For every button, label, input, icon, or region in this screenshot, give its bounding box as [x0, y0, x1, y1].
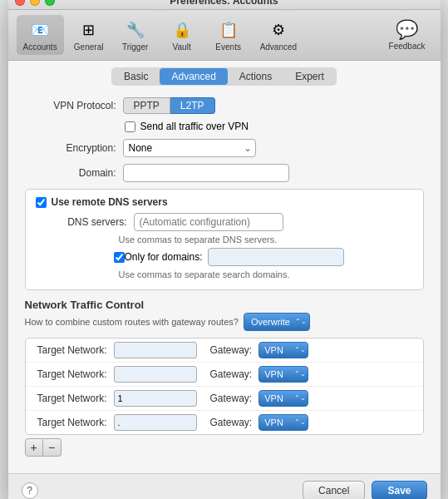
- only-for-domains-row: Only for domains:: [36, 248, 413, 266]
- toolbar-vault[interactable]: 🔒 Vault: [160, 15, 204, 55]
- vault-icon: 🔒: [170, 18, 194, 42]
- encryption-label: Encryption:: [25, 142, 116, 154]
- domain-label: Domain:: [25, 167, 116, 179]
- vpn-protocol-buttons: PPTP L2TP: [123, 97, 215, 114]
- toolbar-trigger[interactable]: 🔧 Trigger: [114, 15, 157, 55]
- titlebar: Preferences: Accounts: [8, 0, 441, 10]
- toolbar-general-label: General: [74, 42, 104, 52]
- pptp-button[interactable]: PPTP: [123, 97, 170, 114]
- target-input-2[interactable]: [114, 390, 197, 407]
- domains-input[interactable]: [208, 248, 344, 266]
- table-row: Target Network: Gateway: VPN Default Non…: [26, 363, 423, 387]
- toolbar-vault-label: Vault: [173, 42, 191, 52]
- toolbar-accounts-label: Accounts: [23, 42, 57, 52]
- encryption-row: Encryption: None Auto Maximum: [25, 139, 424, 157]
- tab-expert[interactable]: Expert: [283, 68, 336, 85]
- preferences-window: Preferences: Accounts 📧 Accounts ⊞ Gener…: [8, 0, 441, 499]
- gateway-label-3: Gateway:: [210, 417, 253, 428]
- dns-servers-row: DNS servers:: [36, 213, 413, 231]
- gateway-select-wrapper-0: VPN Default None: [258, 342, 308, 358]
- gateway-select-3[interactable]: VPN Default None: [258, 414, 308, 431]
- tab-basic[interactable]: Basic: [112, 68, 160, 85]
- send-traffic-row: Send all traffic over VPN: [25, 121, 424, 132]
- accounts-icon: 📧: [28, 18, 52, 42]
- network-traffic-section: Network Traffic Control How to combine c…: [25, 299, 424, 457]
- gateway-select-wrapper-1: VPN Default None: [258, 366, 308, 383]
- minimize-button[interactable]: [30, 0, 40, 6]
- tab-bar: Basic Advanced Actions Expert: [8, 61, 441, 89]
- target-label-0: Target Network:: [32, 344, 107, 356]
- target-label-3: Target Network:: [32, 417, 107, 428]
- toolbar-general[interactable]: ⊞ General: [67, 15, 111, 55]
- gateway-label-0: Gateway:: [210, 344, 253, 356]
- toolbar-trigger-label: Trigger: [122, 42, 148, 52]
- target-input-3[interactable]: [114, 414, 197, 431]
- help-button[interactable]: ?: [22, 482, 38, 499]
- feedback-icon: 💬: [396, 19, 418, 41]
- send-traffic-checkbox[interactable]: [125, 121, 135, 132]
- table-row: Target Network: Gateway: VPN Default Non…: [26, 387, 423, 411]
- dns-title-row: Use remote DNS servers: [36, 196, 413, 208]
- maximize-button[interactable]: [45, 0, 55, 6]
- add-row-button[interactable]: +: [25, 438, 43, 457]
- use-remote-dns-checkbox[interactable]: [36, 197, 47, 208]
- network-traffic-title: Network Traffic Control: [25, 299, 424, 311]
- feedback-label: Feedback: [389, 42, 426, 51]
- events-icon: 📋: [217, 18, 240, 42]
- close-button[interactable]: [15, 0, 25, 6]
- toolbar-advanced-label: Advanced: [260, 42, 297, 52]
- save-button[interactable]: Save: [372, 481, 426, 499]
- toolbar-accounts[interactable]: 📧 Accounts: [17, 15, 64, 55]
- toolbar-events[interactable]: 📋 Events: [207, 15, 250, 55]
- general-icon: ⊞: [77, 18, 101, 42]
- gateway-select-0[interactable]: VPN Default None: [258, 342, 308, 358]
- tab-actions[interactable]: Actions: [228, 68, 283, 85]
- only-for-domains-checkbox[interactable]: [114, 252, 125, 263]
- main-content: VPN Protocol: PPTP L2TP Send all traffic…: [8, 89, 441, 473]
- tab-advanced[interactable]: Advanced: [160, 68, 227, 85]
- send-traffic-label: Send all traffic over VPN: [140, 121, 249, 132]
- footer: ? Cancel Save: [8, 473, 441, 499]
- target-label-1: Target Network:: [32, 368, 107, 380]
- advanced-icon: ⚙: [267, 18, 290, 42]
- gateway-label-2: Gateway:: [210, 393, 253, 404]
- target-input-1[interactable]: [114, 366, 197, 383]
- dns-section: Use remote DNS servers DNS servers: Use …: [25, 189, 424, 290]
- toolbar-advanced[interactable]: ⚙ Advanced: [254, 15, 303, 55]
- remove-row-button[interactable]: −: [43, 438, 62, 457]
- gateway-select-1[interactable]: VPN Default None: [258, 366, 308, 383]
- dns-servers-input[interactable]: [134, 213, 283, 231]
- overwrite-select-wrapper: Overwrite Merge Ignore: [244, 313, 310, 331]
- add-remove-row: + −: [25, 438, 424, 457]
- trigger-icon: 🔧: [124, 18, 147, 42]
- l2tp-button[interactable]: L2TP: [170, 97, 215, 114]
- overwrite-select[interactable]: Overwrite Merge Ignore: [244, 313, 310, 331]
- help-icon: ?: [27, 485, 32, 497]
- gateway-label-1: Gateway:: [210, 368, 253, 380]
- domain-input[interactable]: [123, 164, 289, 182]
- use-remote-dns-label: Use remote DNS servers: [52, 196, 168, 208]
- footer-buttons: Cancel Save: [303, 481, 426, 499]
- gateway-select-wrapper-3: VPN Default None: [258, 414, 308, 431]
- only-for-domains-label: Only for domains:: [125, 251, 203, 263]
- traffic-lights: [15, 0, 55, 6]
- network-table: Target Network: Gateway: VPN Default Non…: [25, 338, 424, 435]
- feedback-button[interactable]: 💬 Feedback: [382, 16, 432, 54]
- vpn-protocol-row: VPN Protocol: PPTP L2TP: [25, 97, 424, 114]
- table-row: Target Network: Gateway: VPN Default Non…: [26, 411, 423, 434]
- vpn-protocol-label: VPN Protocol:: [25, 100, 116, 111]
- gateway-select-2[interactable]: VPN Default None: [258, 390, 308, 407]
- table-row: Target Network: Gateway: VPN Default Non…: [26, 338, 423, 363]
- network-traffic-subtitle: How to combine custom routes with gatewa…: [25, 313, 424, 331]
- gateway-select-wrapper-2: VPN Default None: [258, 390, 308, 407]
- subtitle-text: How to combine custom routes with gatewa…: [25, 317, 239, 327]
- encryption-select-wrapper: None Auto Maximum: [123, 139, 256, 157]
- tab-group: Basic Advanced Actions Expert: [111, 67, 337, 86]
- window-title: Preferences: Accounts: [170, 0, 278, 7]
- toolbar-events-label: Events: [215, 42, 241, 52]
- toolbar: 📧 Accounts ⊞ General 🔧 Trigger 🔒 Vault 📋…: [8, 10, 441, 61]
- cancel-button[interactable]: Cancel: [303, 481, 365, 499]
- target-input-0[interactable]: [114, 342, 197, 358]
- encryption-select[interactable]: None Auto Maximum: [123, 139, 256, 157]
- target-label-2: Target Network:: [32, 393, 107, 404]
